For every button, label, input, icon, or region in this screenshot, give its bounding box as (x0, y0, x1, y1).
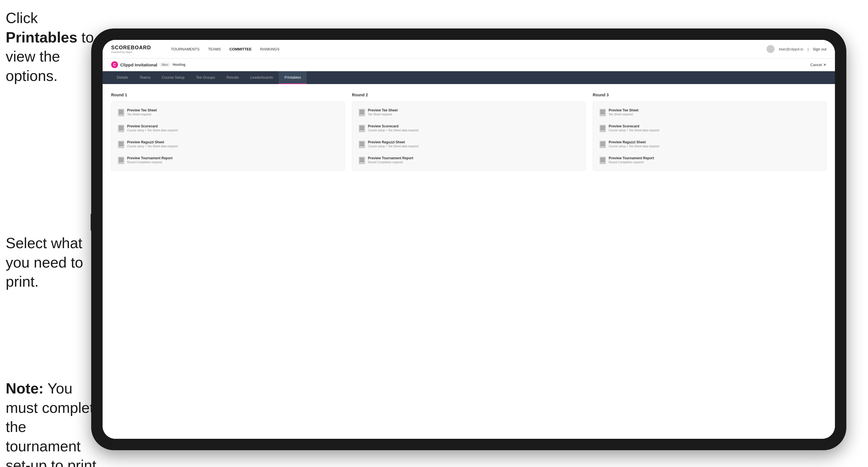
item-subtitle-r2-2: Course setup + Tee Sheet data required (368, 129, 418, 132)
print-icon-r1-3 (118, 141, 124, 148)
item-title-r1-2: Preview Scorecard (127, 124, 178, 128)
item-subtitle-r1-1: Tee Sheet required (127, 113, 157, 116)
print-item-r2-3[interactable]: Preview Raguzzi SheetCourse setup + Tee … (356, 138, 581, 150)
nav-rankings[interactable]: RANKINGS (260, 47, 280, 51)
tab-course-setup[interactable]: Course Setup (156, 71, 190, 84)
rounds-grid: Round 1Preview Tee SheetTee Sheet requir… (111, 93, 827, 171)
user-avatar (767, 45, 775, 53)
tournament-name: C Clippd Invitational Men Hosting (111, 61, 186, 68)
print-icon-r1-4 (118, 157, 124, 164)
tablet-frame: SCOREBOARD Powered by clippd TOURNAMENTS… (91, 29, 846, 450)
print-item-r3-1[interactable]: Preview Tee SheetTee Sheet required (597, 106, 822, 119)
top-nav-right: blair@clippd.io | Sign out (767, 45, 827, 53)
print-item-r2-1[interactable]: Preview Tee SheetTee Sheet required (356, 106, 581, 119)
nav-teams[interactable]: TEAMS (208, 47, 221, 51)
item-title-r1-1: Preview Tee Sheet (127, 108, 157, 112)
round-3-card: Preview Tee SheetTee Sheet requiredPrevi… (593, 101, 827, 171)
item-subtitle-r1-2: Course setup + Tee Sheet data required (127, 129, 178, 132)
sign-out-link[interactable]: Sign out (813, 47, 827, 51)
round-1-label: Round 1 (111, 93, 345, 97)
note-bold: Note: (6, 380, 43, 397)
tab-printables[interactable]: Printables (279, 71, 307, 84)
item-subtitle-r1-4: Round Completion required (127, 161, 173, 164)
print-item-r2-4[interactable]: Preview Tournament ReportRound Completio… (356, 154, 581, 166)
item-subtitle-r3-1: Tee Sheet required (609, 113, 639, 116)
instruction-top: Click Printables to view the options. (6, 8, 97, 86)
instruction-bottom: Note: You must complete the tournament s… (6, 379, 102, 467)
print-icon-r3-4 (599, 157, 606, 164)
print-icon-r2-3 (359, 141, 365, 148)
item-title-r2-3: Preview Raguzzi Sheet (368, 140, 418, 144)
item-title-r3-2: Preview Scorecard (609, 124, 659, 128)
tab-teams[interactable]: Teams (134, 71, 156, 84)
tournament-logo: C (111, 61, 118, 68)
item-title-r3-1: Preview Tee Sheet (609, 108, 639, 112)
print-icon-r1-1 (118, 109, 124, 116)
print-item-r1-3[interactable]: Preview Raguzzi SheetCourse setup + Tee … (116, 138, 340, 150)
round-2-label: Round 2 (352, 93, 586, 97)
print-item-r3-4[interactable]: Preview Tournament ReportRound Completio… (597, 154, 822, 166)
item-title-r2-4: Preview Tournament Report (368, 156, 413, 160)
print-item-r1-2[interactable]: Preview ScorecardCourse setup + Tee Shee… (116, 122, 340, 134)
round-column-1: Round 1Preview Tee SheetTee Sheet requir… (111, 93, 345, 171)
main-content: Round 1Preview Tee SheetTee Sheet requir… (102, 84, 835, 439)
item-title-r3-4: Preview Tournament Report (609, 156, 654, 160)
print-icon-r3-3 (599, 141, 606, 148)
print-icon-r3-1 (599, 109, 606, 116)
round-3-label: Round 3 (593, 93, 827, 97)
nav-tournaments[interactable]: TOURNAMENTS (171, 47, 199, 51)
item-subtitle-r2-1: Tee Sheet required (368, 113, 398, 116)
instruction-middle: Select what you need to print. (6, 234, 97, 291)
print-item-r3-2[interactable]: Preview ScorecardCourse setup + Tee Shee… (597, 122, 822, 134)
top-nav: SCOREBOARD Powered by clippd TOURNAMENTS… (102, 40, 835, 58)
tab-leaderboards[interactable]: Leaderboards (245, 71, 279, 84)
tab-tee-groups[interactable]: Tee Groups (190, 71, 221, 84)
item-title-r2-2: Preview Scorecard (368, 124, 418, 128)
round-2-card: Preview Tee SheetTee Sheet requiredPrevi… (352, 101, 586, 171)
print-item-r1-4[interactable]: Preview Tournament ReportRound Completio… (116, 154, 340, 166)
item-subtitle-r2-4: Round Completion required (368, 161, 413, 164)
logo-title: SCOREBOARD (111, 45, 151, 51)
tab-results[interactable]: Results (221, 71, 245, 84)
item-subtitle-r3-2: Course setup + Tee Sheet data required (609, 129, 659, 132)
print-icon-r2-1 (359, 109, 365, 116)
item-subtitle-r1-3: Course setup + Tee Sheet data required (127, 145, 178, 148)
tablet-screen: SCOREBOARD Powered by clippd TOURNAMENTS… (102, 40, 835, 439)
separator: | (808, 47, 808, 51)
print-item-r3-3[interactable]: Preview Raguzzi SheetCourse setup + Tee … (597, 138, 822, 150)
item-title-r1-4: Preview Tournament Report (127, 156, 173, 160)
item-title-r2-1: Preview Tee Sheet (368, 108, 398, 112)
tournament-header: C Clippd Invitational Men Hosting Cancel… (102, 58, 835, 71)
round-1-card: Preview Tee SheetTee Sheet requiredPrevi… (111, 101, 345, 171)
print-item-r2-2[interactable]: Preview ScorecardCourse setup + Tee Shee… (356, 122, 581, 134)
item-subtitle-r2-3: Course setup + Tee Sheet data required (368, 145, 418, 148)
print-icon-r3-2 (599, 125, 606, 132)
printables-bold: Printables (6, 29, 77, 45)
tab-navigation: Details Teams Course Setup Tee Groups Re… (102, 71, 835, 84)
tournament-badge: Men (160, 62, 170, 67)
user-email: blair@clippd.io (779, 47, 803, 51)
print-icon-r2-2 (359, 125, 365, 132)
tab-details[interactable]: Details (111, 71, 134, 84)
hosting-badge: Hosting (173, 63, 186, 67)
item-subtitle-r3-3: Course setup + Tee Sheet data required (609, 145, 659, 148)
logo-subtitle: Powered by clippd (111, 51, 151, 54)
tournament-title: Clippd Invitational (120, 62, 157, 67)
item-subtitle-r3-4: Round Completion required (609, 161, 654, 164)
print-icon-r1-2 (118, 125, 124, 132)
print-item-r1-1[interactable]: Preview Tee SheetTee Sheet required (116, 106, 340, 119)
round-column-2: Round 2Preview Tee SheetTee Sheet requir… (352, 93, 586, 171)
nav-committee[interactable]: COMMITTEE (229, 47, 252, 51)
cancel-button[interactable]: Cancel ✕ (810, 63, 827, 67)
round-column-3: Round 3Preview Tee SheetTee Sheet requir… (593, 93, 827, 171)
item-title-r1-3: Preview Raguzzi Sheet (127, 140, 178, 144)
item-title-r3-3: Preview Raguzzi Sheet (609, 140, 659, 144)
print-icon-r2-4 (359, 157, 365, 164)
scoreboard-logo: SCOREBOARD Powered by clippd (111, 45, 151, 54)
top-nav-links: TOURNAMENTS TEAMS COMMITTEE RANKINGS (171, 47, 280, 51)
